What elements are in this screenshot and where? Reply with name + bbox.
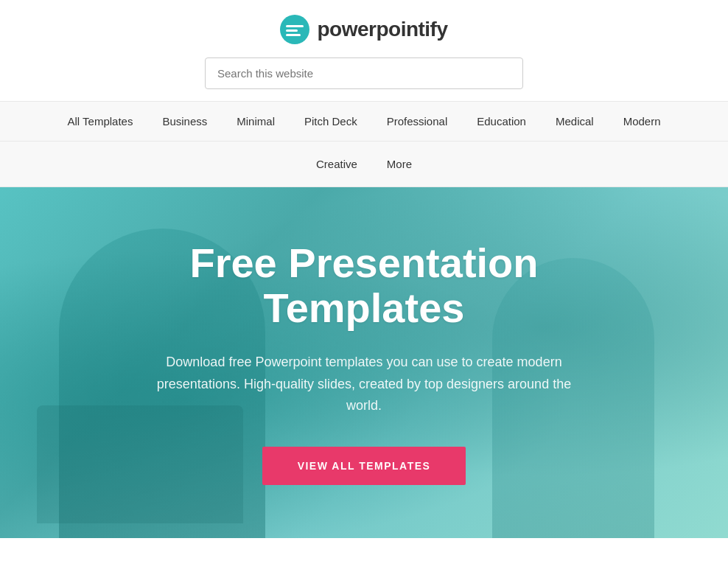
nav-item-business[interactable]: Business xyxy=(147,102,222,141)
logo[interactable]: powerpointify xyxy=(280,15,447,44)
hero-section: Free Presentation Templates Download fre… xyxy=(0,187,728,538)
logo-text: powerpointify xyxy=(317,18,447,41)
svg-rect-3 xyxy=(286,34,301,36)
hero-content: Free Presentation Templates Download fre… xyxy=(91,240,637,485)
search-input[interactable] xyxy=(205,57,523,89)
nav-item-pitch-deck[interactable]: Pitch Deck xyxy=(290,102,372,141)
logo-icon xyxy=(280,15,309,44)
hero-title: Free Presentation Templates xyxy=(121,240,607,331)
view-all-templates-button[interactable]: VIEW ALL TEMPLATES xyxy=(262,447,466,485)
svg-rect-2 xyxy=(286,29,298,32)
nav-row-1: All Templates Business Minimal Pitch Dec… xyxy=(0,102,728,142)
nav-item-medical[interactable]: Medical xyxy=(541,102,609,141)
hero-subtitle: Download free Powerpoint templates you c… xyxy=(143,352,585,417)
main-nav: All Templates Business Minimal Pitch Dec… xyxy=(0,101,728,187)
nav-row-2: Creative More xyxy=(0,142,728,186)
nav-item-modern[interactable]: Modern xyxy=(609,102,676,141)
header: powerpointify xyxy=(0,0,728,101)
nav-item-minimal[interactable]: Minimal xyxy=(222,102,290,141)
nav-item-all-templates[interactable]: All Templates xyxy=(52,102,147,141)
nav-item-education[interactable]: Education xyxy=(462,102,541,141)
nav-item-more[interactable]: More xyxy=(372,144,427,184)
nav-item-professional[interactable]: Professional xyxy=(372,102,463,141)
nav-item-creative[interactable]: Creative xyxy=(301,144,372,184)
svg-rect-1 xyxy=(286,25,304,27)
